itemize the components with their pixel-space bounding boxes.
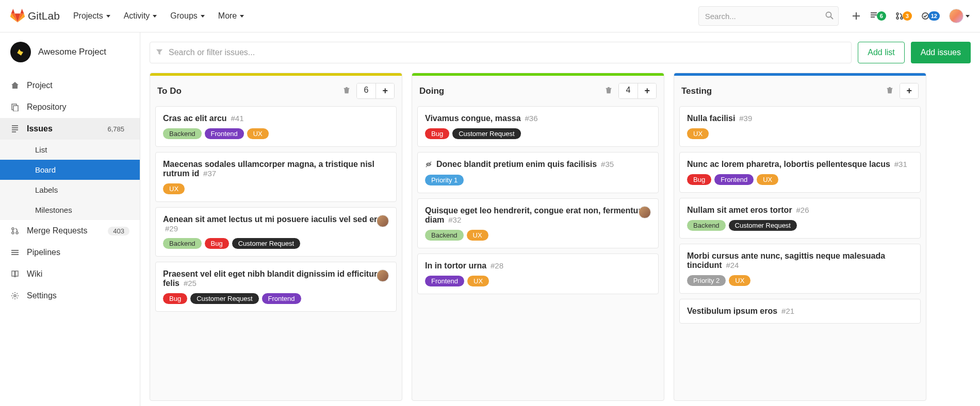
project-logo	[10, 42, 31, 62]
boards-container: To Do6+Cras ac elit arcu #41BackendFront…	[150, 73, 971, 406]
sidebar-sub-board[interactable]: Board	[0, 160, 140, 180]
label-ux[interactable]: UX	[757, 174, 778, 185]
nav-projects[interactable]: Projects	[73, 11, 110, 21]
label-bug[interactable]: Bug	[205, 238, 229, 249]
issue-card[interactable]: Maecenas sodales ullamcorper magna, a tr…	[155, 152, 397, 202]
label-ux[interactable]: UX	[729, 275, 750, 286]
trash-icon[interactable]	[884, 84, 895, 97]
issues-icon[interactable]: 6	[870, 11, 886, 21]
svg-rect-11	[11, 250, 19, 251]
sidebar-sub-labels[interactable]: Labels	[0, 180, 140, 200]
label-priority-2[interactable]: Priority 2	[687, 275, 726, 286]
trash-icon[interactable]	[603, 84, 614, 97]
user-menu[interactable]	[949, 9, 970, 23]
board-count-box: +	[900, 83, 919, 99]
add-list-button[interactable]: Add list	[858, 42, 904, 63]
label-backend[interactable]: Backend	[163, 238, 202, 249]
label-bug[interactable]: Bug	[163, 293, 187, 304]
board-header: Doing4+	[412, 76, 664, 106]
label-bug[interactable]: Bug	[687, 174, 711, 185]
sidebar-item-merge-requests[interactable]: Merge Requests403	[0, 220, 140, 242]
issue-card[interactable]: Vestibulum ipsum eros #21	[679, 299, 921, 324]
label-frontend[interactable]: Frontend	[262, 293, 301, 304]
svg-rect-7	[13, 106, 18, 111]
gitlab-logo[interactable]: GitLab	[10, 9, 60, 23]
filter-input[interactable]	[150, 42, 852, 63]
trash-icon[interactable]	[341, 84, 352, 97]
search-icon[interactable]	[825, 11, 834, 21]
issue-card[interactable]: Aenean sit amet lectus ut mi posuere iac…	[155, 207, 397, 257]
assignee-avatar	[377, 215, 389, 227]
board-to-do: To Do6+Cras ac elit arcu #41BackendFront…	[150, 73, 402, 401]
card-id: #39	[739, 114, 752, 123]
label-frontend[interactable]: Frontend	[205, 128, 244, 139]
svg-point-3	[896, 17, 899, 19]
label-backend[interactable]: Backend	[163, 128, 202, 139]
label-customer-request[interactable]: Customer Request	[232, 238, 300, 249]
board-header: To Do6+	[150, 76, 402, 106]
issue-card[interactable]: Quisque eget leo hendrerit, congue erat …	[417, 198, 659, 248]
label-customer-request[interactable]: Customer Request	[729, 220, 797, 231]
sidebar-item-repository[interactable]: Repository	[0, 96, 140, 118]
label-frontend[interactable]: Frontend	[425, 276, 464, 286]
search-input[interactable]	[698, 6, 839, 26]
issue-card[interactable]: Morbi cursus ante nunc, sagittis neque m…	[679, 244, 921, 294]
card-title: Morbi cursus ante nunc, sagittis neque m…	[687, 251, 885, 269]
label-backend[interactable]: Backend	[687, 220, 726, 231]
issue-card[interactable]: Donec blandit pretium enim quis facilisi…	[417, 152, 659, 193]
label-ux[interactable]: UX	[163, 183, 185, 194]
label-bug[interactable]: Bug	[425, 128, 449, 139]
todos-icon[interactable]: 12	[921, 11, 940, 21]
issue-card[interactable]: Praesent vel elit eget nibh blandit dign…	[155, 262, 397, 312]
label-backend[interactable]: Backend	[425, 230, 464, 241]
label-ux[interactable]: UX	[247, 128, 269, 139]
todos-badge: 12	[928, 11, 940, 21]
gitlab-icon	[10, 9, 25, 23]
nav-groups[interactable]: Groups	[170, 11, 204, 21]
issue-card[interactable]: Cras ac elit arcu #41BackendFrontendUX	[155, 106, 397, 147]
label-frontend[interactable]: Frontend	[714, 174, 754, 185]
label-ux[interactable]: UX	[687, 128, 709, 139]
sidebar-item-label: Project	[27, 81, 53, 90]
add-card-button[interactable]: +	[638, 83, 656, 98]
card-labels: BackendCustomer Request	[687, 220, 913, 231]
top-icon-bar: 6 3 12	[852, 9, 970, 23]
sidebar-sub-list[interactable]: List	[0, 140, 140, 160]
sidebar-sub-milestones[interactable]: Milestones	[0, 200, 140, 220]
sidebar-item-pipelines[interactable]: Pipelines	[0, 242, 140, 263]
issue-card[interactable]: Nullam sit amet eros tortor #26BackendCu…	[679, 198, 921, 239]
card-labels: UX	[163, 183, 389, 194]
issue-card[interactable]: Nulla facilisi #39UX	[679, 106, 921, 147]
sidebar-item-issues[interactable]: Issues6,785	[0, 118, 140, 140]
global-search	[698, 6, 839, 26]
merge-requests-icon	[10, 227, 20, 235]
sidebar-item-project[interactable]: Project	[0, 75, 140, 96]
label-ux[interactable]: UX	[467, 276, 489, 286]
svg-point-8	[12, 228, 14, 230]
label-customer-request[interactable]: Customer Request	[452, 128, 520, 139]
sidebar-item-label: Merge Requests	[27, 226, 87, 235]
card-id: #35	[601, 160, 614, 168]
card-id: #37	[203, 169, 216, 178]
add-issues-button[interactable]: Add issues	[911, 42, 971, 63]
label-customer-request[interactable]: Customer Request	[190, 293, 258, 304]
card-labels: UX	[687, 128, 913, 139]
merge-requests-icon[interactable]: 3	[895, 11, 912, 21]
svg-point-10	[16, 232, 18, 234]
label-priority-1[interactable]: Priority 1	[425, 175, 464, 185]
add-card-button[interactable]: +	[900, 83, 918, 98]
sidebar-item-settings[interactable]: Settings	[0, 285, 140, 307]
label-ux[interactable]: UX	[467, 230, 488, 241]
issue-card[interactable]: Vivamus congue, massa #36BugCustomer Req…	[417, 106, 659, 147]
project-header[interactable]: Awesome Project	[0, 32, 140, 72]
card-labels: BugCustomer Request	[425, 128, 651, 139]
nav-more[interactable]: More	[218, 11, 244, 21]
board-count-box: 4+	[618, 83, 657, 99]
sidebar-item-wiki[interactable]: Wiki	[0, 263, 140, 285]
plus-icon[interactable]	[852, 12, 860, 20]
issue-card[interactable]: In in tortor urna #28FrontendUX	[417, 253, 659, 294]
add-card-button[interactable]: +	[376, 83, 394, 98]
card-labels: BackendFrontendUX	[163, 128, 389, 139]
issue-card[interactable]: Nunc ac lorem pharetra, lobortis pellent…	[679, 152, 921, 193]
nav-activity[interactable]: Activity	[124, 11, 157, 21]
